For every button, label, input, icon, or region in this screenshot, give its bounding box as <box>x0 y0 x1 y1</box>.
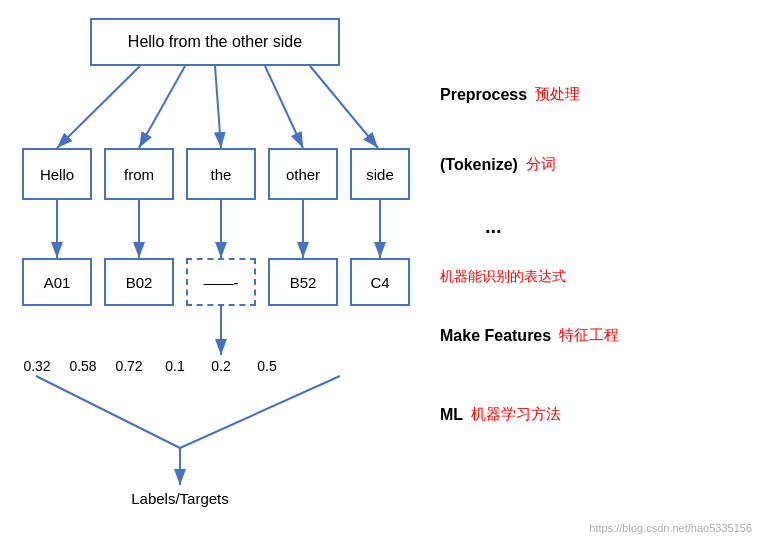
word-box-other: other <box>268 148 338 200</box>
code-box-c4: C4 <box>350 258 410 306</box>
code-box-a01: A01 <box>22 258 92 306</box>
num-02: 0.2 <box>198 358 244 374</box>
num-072: 0.72 <box>106 358 152 374</box>
word-box-side: side <box>350 148 410 200</box>
ml-zh: 机器学习方法 <box>471 405 561 424</box>
watermark: https://blog.csdn.net/hao5335156 <box>589 522 752 534</box>
preprocess-en: Preprocess <box>440 86 527 104</box>
makefeatures-zh: 特征工程 <box>559 326 619 345</box>
num-01: 0.1 <box>152 358 198 374</box>
sentence-box: Hello from the other side <box>90 18 340 66</box>
svg-line-3 <box>215 66 221 148</box>
makefeatures-en: Make Features <box>440 327 551 345</box>
tokenize-en: (Tokenize) <box>440 156 518 174</box>
code-box-b02: B02 <box>104 258 174 306</box>
machine-row: 机器能识别的表达式 <box>440 268 566 286</box>
labels-targets: Labels/Targets <box>80 490 280 507</box>
ml-en: ML <box>440 406 463 424</box>
svg-line-5 <box>310 66 378 148</box>
code-box-b52: B52 <box>268 258 338 306</box>
word-box-the: the <box>186 148 256 200</box>
tokenize-row: (Tokenize) 分词 <box>440 155 556 174</box>
preprocess-zh: 预处理 <box>535 85 580 104</box>
ml-row: ML 机器学习方法 <box>440 405 561 424</box>
svg-line-13 <box>180 376 340 448</box>
svg-line-4 <box>265 66 303 148</box>
num-032: 0.32 <box>14 358 60 374</box>
sentence-text: Hello from the other side <box>128 33 302 51</box>
svg-line-12 <box>36 376 180 448</box>
sidebar-area: Preprocess 预处理 (Tokenize) 分词 ... 机器能识别的表… <box>430 0 762 544</box>
dots-row: ... <box>485 215 502 238</box>
tokenize-zh: 分词 <box>526 155 556 174</box>
svg-line-2 <box>139 66 185 148</box>
num-05: 0.5 <box>244 358 290 374</box>
makefeatures-row: Make Features 特征工程 <box>440 326 619 345</box>
word-box-from: from <box>104 148 174 200</box>
code-box-dash: ——- <box>186 258 256 306</box>
dots: ... <box>485 215 502 238</box>
number-row: 0.32 0.58 0.72 0.1 0.2 0.5 <box>14 358 290 374</box>
svg-line-1 <box>57 66 140 148</box>
diagram-area: Hello from the other side Hello from the… <box>0 0 430 544</box>
word-box-hello: Hello <box>22 148 92 200</box>
num-058: 0.58 <box>60 358 106 374</box>
preprocess-row: Preprocess 预处理 <box>440 85 580 104</box>
machine-zh: 机器能识别的表达式 <box>440 268 566 286</box>
